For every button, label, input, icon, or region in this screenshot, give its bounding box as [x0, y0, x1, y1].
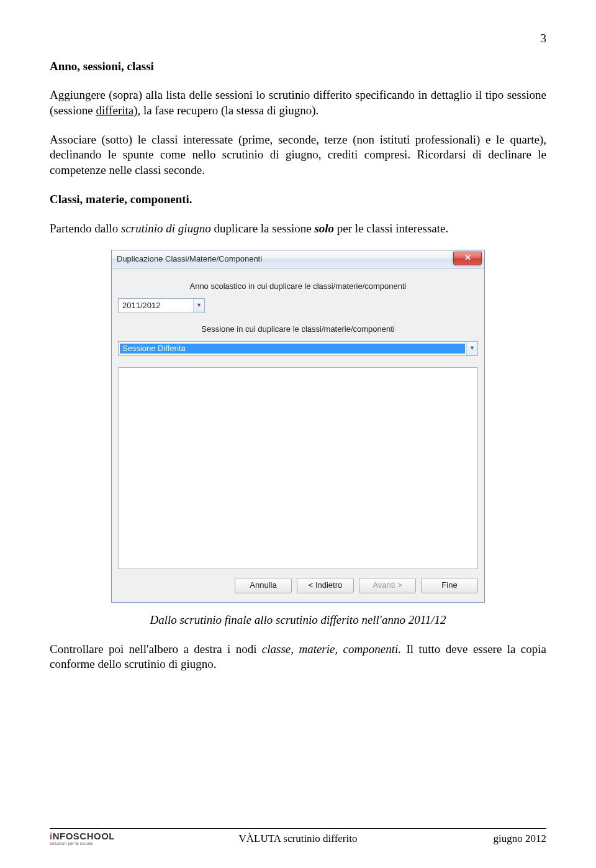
page-number: 3 [50, 31, 546, 47]
chevron-down-icon: ▼ [193, 299, 204, 313]
para4-a: Controllare poi nell'albero a destra i n… [50, 642, 262, 656]
combo-anno[interactable]: 2011/2012 ▼ [118, 298, 205, 313]
para3-a: Partendo dallo [50, 222, 121, 235]
para1-underlined: differita) [96, 104, 137, 117]
para3-italic-1: scrutinio di giugno [121, 222, 211, 235]
dialog-title: Duplicazione Classi/Materie/Componenti [117, 254, 262, 265]
paragraph-3: Partendo dallo scrutinio di giugno dupli… [50, 221, 546, 237]
titlebar[interactable]: Duplicazione Classi/Materie/Componenti ✕ [112, 250, 484, 269]
paragraph-1: Aggiungere (sopra) alla lista delle sess… [50, 88, 546, 118]
chevron-down-icon: ▼ [466, 342, 477, 355]
close-button[interactable]: ✕ [453, 252, 482, 265]
combo-sessione-value: Sessione Differita [120, 344, 465, 354]
figure-caption: Dallo scrutinio finale allo scrutinio di… [50, 613, 546, 628]
para3-b: duplicare la sessione [211, 222, 315, 235]
cancel-button[interactable]: Annulla [235, 578, 292, 593]
para4-italic: classe, materie, componenti. [262, 642, 401, 656]
wizard-dialog: Duplicazione Classi/Materie/Componenti ✕… [111, 250, 485, 603]
paragraph-4: Controllare poi nell'albero a destra i n… [50, 642, 546, 672]
label-anno: Anno scolastico in cui duplicare le clas… [118, 281, 478, 292]
button-row: Annulla < Indietro Avanti > Fine [118, 575, 478, 596]
heading-anno: Anno, sessioni, classi [50, 59, 546, 75]
back-button[interactable]: < Indietro [297, 578, 354, 593]
footer-center: VÀLUTA scrutinio differito [50, 832, 546, 846]
next-button[interactable]: Avanti > [359, 578, 416, 593]
paragraph-2: Associare (sotto) le classi interessate … [50, 132, 546, 178]
para3-italic-2: solo [314, 222, 334, 235]
page-footer: iNFOSCHOOL soluzioni per la scuola VÀLUT… [50, 828, 546, 846]
para1-text-b: , la fase recupero (la stessa di giugno)… [138, 104, 319, 117]
finish-button[interactable]: Fine [421, 578, 478, 593]
heading-classi: Classi, materie, componenti. [50, 192, 546, 208]
para3-c: per le classi interessate. [334, 222, 448, 235]
combo-sessione[interactable]: Sessione Differita ▼ [118, 341, 478, 356]
label-sessione: Sessione in cui duplicare le classi/mate… [118, 324, 478, 335]
empty-list-area[interactable] [118, 367, 478, 569]
close-icon: ✕ [464, 253, 471, 263]
combo-anno-value: 2011/2012 [119, 301, 193, 311]
